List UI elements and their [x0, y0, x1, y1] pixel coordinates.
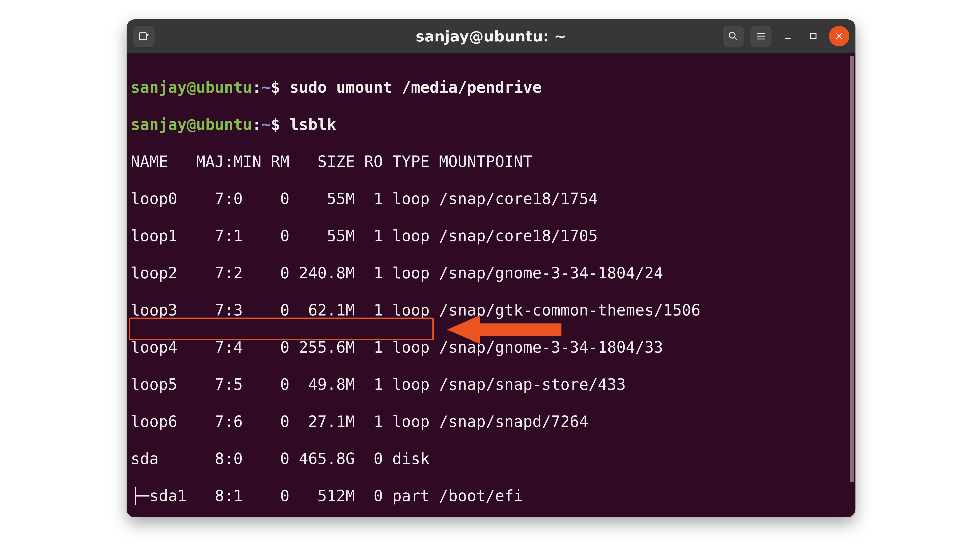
search-button[interactable]: [722, 25, 745, 48]
minimize-icon: [783, 31, 792, 41]
hamburger-menu-icon: [755, 30, 767, 42]
prompt-user: sanjay@ubuntu: [130, 115, 252, 133]
svg-rect-2: [811, 33, 816, 39]
search-icon: [727, 30, 739, 42]
terminal-output: sanjay@ubuntu:~$ sudo umount /media/pend…: [127, 59, 853, 517]
menu-button[interactable]: [750, 25, 772, 48]
minimize-button[interactable]: [778, 26, 798, 46]
new-tab-button[interactable]: [133, 25, 155, 48]
prompt-line: sanjay@ubuntu:~$ lsblk: [130, 115, 853, 134]
titlebar: sanjay@ubuntu: ~: [127, 19, 856, 54]
prompt-user: sanjay@ubuntu: [130, 78, 252, 96]
lsblk-row: loop5 7:5 0 49.8M 1 loop /snap/snap-stor…: [130, 375, 853, 394]
command-text: sudo umount /media/pendrive: [290, 78, 542, 96]
terminal-body[interactable]: sanjay@ubuntu:~$ sudo umount /media/pend…: [127, 54, 856, 517]
maximize-button[interactable]: [803, 26, 824, 46]
prompt-path: ~: [261, 115, 271, 133]
maximize-icon: [809, 32, 818, 41]
new-tab-icon: [138, 30, 150, 43]
command-text: lsblk: [290, 115, 336, 133]
prompt-path: ~: [261, 78, 271, 96]
lsblk-row: loop3 7:3 0 62.1M 1 loop /snap/gtk-commo…: [130, 301, 853, 319]
close-button[interactable]: [829, 26, 850, 46]
lsblk-header: NAME MAJ:MIN RM SIZE RO TYPE MOUNTPOINT: [130, 152, 853, 171]
lsblk-row: loop6 7:6 0 27.1M 1 loop /snap/snapd/726…: [130, 412, 853, 431]
prompt-line: sanjay@ubuntu:~$ sudo umount /media/pend…: [130, 78, 853, 97]
lsblk-row: ├─sda1 8:1 0 512M 0 part /boot/efi: [130, 486, 853, 505]
svg-point-1: [729, 32, 735, 38]
scrollbar[interactable]: [850, 56, 854, 482]
lsblk-row: loop0 7:0 0 55M 1 loop /snap/core18/1754: [130, 189, 853, 208]
lsblk-row: sda 8:0 0 465.8G 0 disk: [130, 449, 853, 468]
scrollbar-thumb[interactable]: [850, 56, 854, 482]
svg-rect-0: [140, 33, 146, 40]
lsblk-row: loop2 7:2 0 240.8M 1 loop /snap/gnome-3-…: [130, 264, 853, 282]
lsblk-row: loop4 7:4 0 255.6M 1 loop /snap/gnome-3-…: [130, 338, 853, 357]
close-icon: [835, 32, 844, 41]
terminal-window: sanjay@ubuntu: ~: [127, 19, 856, 517]
lsblk-row: loop1 7:1 0 55M 1 loop /snap/core18/1705: [130, 227, 853, 245]
titlebar-right-controls: [722, 25, 850, 48]
